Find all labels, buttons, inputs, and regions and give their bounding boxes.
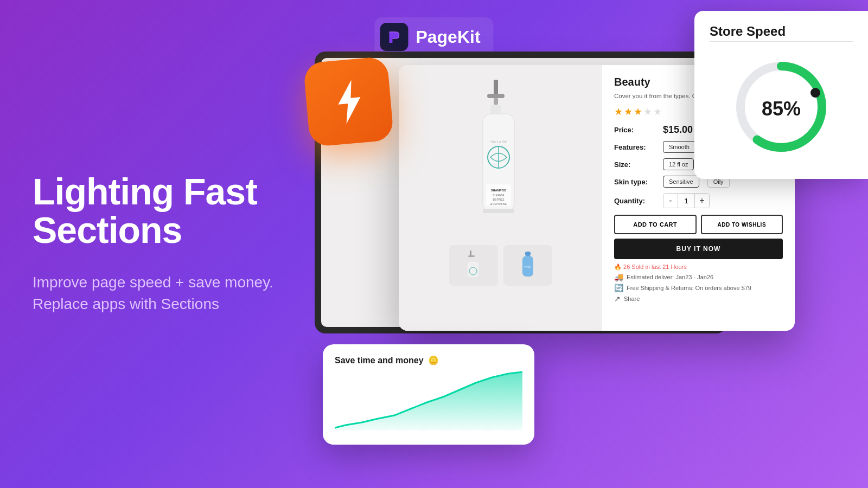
svg-rect-2 xyxy=(494,98,498,105)
svg-text:Hair La Vie: Hair La Vie xyxy=(490,140,507,143)
save-time-card: Save time and money 🪙 xyxy=(323,344,534,445)
svg-rect-18 xyxy=(525,252,531,256)
product-image-area: Hair La Vie SHAMPOO CLEANSE DEFRIZZ & RE… xyxy=(399,65,602,331)
lightning-svg xyxy=(325,75,373,128)
coin-emoji: 🪙 xyxy=(428,355,439,365)
svg-text:SHAMPOO: SHAMPOO xyxy=(490,189,506,192)
store-speed-title: Store Speed xyxy=(710,24,853,39)
svg-point-23 xyxy=(810,88,820,98)
thumb-bottle-2: HAIR xyxy=(514,251,541,280)
gauge-container: 85% xyxy=(710,53,853,161)
svg-text:HAIR: HAIR xyxy=(525,265,531,268)
hero-subtext: Improve page speed + save money. Replace… xyxy=(33,272,293,316)
save-time-title: Save time and money 🪙 xyxy=(335,355,522,365)
logo-icon xyxy=(380,23,408,51)
logo-name: PageKit xyxy=(416,27,480,47)
price-value: $15.00 xyxy=(663,124,693,136)
features-label: Features: xyxy=(614,143,658,151)
chart-area xyxy=(335,371,522,431)
svg-rect-1 xyxy=(487,94,505,98)
product-thumbnails: HAIR xyxy=(449,245,552,286)
speed-divider xyxy=(710,41,853,42)
delivery-icon: 🚚 xyxy=(614,273,623,281)
svg-text:& REVITALISE: & REVITALISE xyxy=(490,203,507,206)
cart-buttons: ADD TO CART ADD TO WISHLIS xyxy=(614,215,783,234)
price-label: Price: xyxy=(614,126,658,134)
product-main-image: Hair La Vie SHAMPOO CLEANSE DEFRIZZ & RE… xyxy=(446,76,555,239)
quantity-stepper: - 1 + xyxy=(663,193,710,208)
gauge-wrapper: 85% xyxy=(727,53,835,161)
qty-plus-btn[interactable]: + xyxy=(695,194,709,208)
thumb-2[interactable]: HAIR xyxy=(503,245,552,286)
pagekit-logo: PageKit xyxy=(374,17,493,56)
pagekit-icon-svg xyxy=(385,28,403,46)
qty-label: Quantity: xyxy=(614,197,658,205)
svg-rect-13 xyxy=(483,209,514,213)
hero-section: Lighting Fast Sections Improve page spee… xyxy=(33,172,293,316)
bottle-svg: Hair La Vie SHAMPOO CLEANSE DEFRIZZ & RE… xyxy=(471,79,531,236)
quantity-row: Quantity: - 1 + xyxy=(614,193,783,208)
lightning-bolt-icon xyxy=(303,56,394,147)
svg-text:CLEANSE: CLEANSE xyxy=(493,194,504,197)
shipping-icon: 🔄 xyxy=(614,284,623,292)
thumb-bottle-1 xyxy=(463,251,484,280)
svg-rect-15 xyxy=(468,255,475,257)
svg-rect-0 xyxy=(494,80,498,96)
buy-now-button[interactable]: BUY IT NOW xyxy=(614,239,783,259)
svg-text:DEFRIZZ: DEFRIZZ xyxy=(493,198,504,201)
size-btn-1[interactable]: 12 fl oz xyxy=(663,158,694,170)
size-label: Size: xyxy=(614,160,658,169)
thumb-1[interactable] xyxy=(449,245,498,286)
shipping-info: 🔄 Free Shipping & Returns: On orders abo… xyxy=(614,284,783,292)
line-chart-svg xyxy=(335,371,522,431)
feature-smooth-btn[interactable]: Smooth xyxy=(663,141,695,153)
add-to-cart-button[interactable]: ADD TO CART xyxy=(614,215,697,234)
delivery-info: 🚚 Estimated deliver: Jan23 - Jan26 xyxy=(614,273,783,281)
store-speed-card: Store Speed 85% xyxy=(694,11,868,179)
svg-rect-14 xyxy=(470,251,471,256)
qty-value: 1 xyxy=(678,194,695,208)
sold-info: 🔥 26 Sold in last 21 Hours xyxy=(614,264,783,271)
add-to-wishlist-button[interactable]: ADD TO WISHLIS xyxy=(701,215,783,234)
main-heading: Lighting Fast Sections xyxy=(33,172,293,250)
qty-minus-btn[interactable]: - xyxy=(663,194,678,208)
skin-label: Skin type: xyxy=(614,178,658,186)
share-row[interactable]: ↗ Share xyxy=(614,294,783,303)
speed-percentage: 85% xyxy=(762,98,801,120)
skin-sensitive-btn[interactable]: Sensitive xyxy=(663,176,699,188)
share-icon: ↗ xyxy=(614,294,621,303)
